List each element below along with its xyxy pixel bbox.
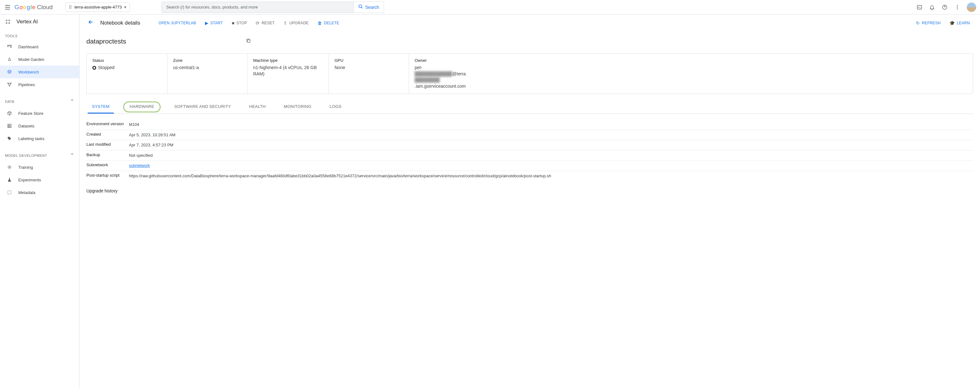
tab-software[interactable]: SOFTWARE AND SECURITY	[170, 100, 235, 113]
vertex-ai-icon	[5, 18, 11, 25]
stop-button[interactable]: ■STOP	[229, 19, 250, 27]
section-tools: TOOLS	[0, 32, 79, 40]
search-icon	[358, 4, 363, 10]
subnetwork-link[interactable]: subnetwork	[129, 163, 150, 168]
upgrade-button[interactable]: ⇧UPGRADE	[280, 19, 312, 27]
tab-monitoring[interactable]: MONITORING	[279, 100, 316, 113]
sidebar-item-metadata[interactable]: Metadata	[0, 186, 79, 199]
reset-icon: ⟳	[256, 21, 259, 26]
project-icon: ⠿	[69, 5, 72, 10]
svg-point-11	[10, 83, 11, 84]
info-status: Status Stopped	[87, 54, 167, 94]
stop-icon: ■	[232, 21, 235, 26]
sidebar-item-experiments[interactable]: Experiments	[0, 174, 79, 186]
cloud-shell-icon[interactable]	[916, 4, 923, 10]
sidebar-item-pipelines[interactable]: Pipelines	[0, 78, 79, 91]
sidebar-item-workbench[interactable]: Workbench	[0, 65, 79, 78]
refresh-button[interactable]: ↻REFRESH	[913, 19, 944, 27]
svg-rect-16	[8, 191, 11, 194]
account-avatar[interactable]	[967, 3, 976, 12]
search-button[interactable]: Search	[354, 2, 384, 13]
sidebar-item-feature-store[interactable]: Feature Store	[0, 107, 79, 120]
more-icon[interactable]	[954, 4, 961, 10]
section-data[interactable]: DATA⌃	[0, 96, 79, 107]
sidebar-item-datasets[interactable]: Datasets	[0, 120, 79, 132]
sidebar-label: Labeling tasks	[18, 136, 45, 141]
row-env-version: Environment version M104	[86, 120, 973, 130]
notebook-name: dataproctests	[86, 34, 126, 48]
upgrade-history-heading: Upgrade history	[86, 188, 973, 193]
info-owner: Owner pet- ████████████@terra ████████ .…	[409, 54, 973, 94]
delete-button[interactable]: 🗑DELETE	[314, 19, 342, 27]
learn-icon: 🎓	[950, 21, 955, 26]
zone-value: us-central1-a	[173, 65, 242, 71]
nav-menu-button[interactable]	[4, 3, 11, 11]
svg-rect-8	[9, 45, 10, 46]
search-placeholder: Search (/) for resources, docs, products…	[166, 5, 258, 10]
tab-system[interactable]: SYSTEM	[88, 100, 114, 113]
labeling-icon	[6, 135, 13, 142]
sidebar-product-header[interactable]: Vertex AI	[0, 14, 79, 29]
action-bar: Notebook details OPEN JUPYTERLAB ▶START …	[80, 14, 980, 31]
zone-label: Zone	[173, 58, 242, 63]
experiments-icon	[6, 177, 13, 183]
sidebar-label: Dashboard	[18, 45, 38, 49]
open-jupyterlab-button[interactable]: OPEN JUPYTERLAB	[156, 19, 199, 27]
sidebar-item-training[interactable]: Training	[0, 161, 79, 174]
owner-value: pet- ████████████@terra ████████ .iam.gs…	[415, 65, 967, 89]
search-button-label: Search	[365, 5, 379, 10]
page-title: Notebook details	[100, 20, 140, 26]
tab-logs[interactable]: LOGS	[325, 100, 346, 113]
tab-hardware[interactable]: HARDWARE	[123, 102, 161, 112]
datasets-icon	[6, 123, 13, 129]
training-icon	[6, 164, 13, 170]
svg-rect-17	[248, 40, 250, 42]
start-button[interactable]: ▶START	[202, 19, 226, 27]
info-zone: Zone us-central1-a	[167, 54, 248, 94]
sidebar: Vertex AI TOOLS Dashboard Model Garden W…	[0, 14, 80, 388]
tab-health[interactable]: HEALTH	[245, 100, 270, 113]
help-icon[interactable]	[942, 4, 948, 10]
svg-rect-13	[8, 124, 11, 128]
notifications-icon[interactable]	[929, 4, 935, 10]
gpu-value: None	[334, 65, 403, 71]
sidebar-item-dashboard[interactable]: Dashboard	[0, 40, 79, 53]
svg-point-15	[8, 166, 11, 169]
dashboard-icon	[6, 43, 13, 50]
reset-button[interactable]: ⟳RESET	[253, 19, 278, 27]
svg-rect-9	[10, 45, 11, 48]
utility-icons	[916, 3, 976, 12]
svg-point-10	[8, 83, 8, 84]
machine-label: Machine type	[253, 58, 323, 63]
info-gpu: GPU None	[329, 54, 409, 94]
svg-point-12	[9, 86, 10, 86]
google-cloud-logo[interactable]: Google Cloud	[14, 4, 52, 11]
pipelines-icon	[6, 81, 13, 88]
metadata-icon	[6, 189, 13, 196]
search-input[interactable]: Search (/) for resources, docs, products…	[161, 2, 354, 13]
info-grid: Status Stopped Zone us-central1-a Machin…	[86, 53, 973, 94]
sidebar-label: Datasets	[18, 124, 34, 128]
search-wrap: Search (/) for resources, docs, products…	[161, 2, 384, 13]
back-button[interactable]	[86, 18, 95, 28]
copy-icon[interactable]	[246, 38, 251, 45]
svg-point-6	[957, 8, 958, 9]
sidebar-item-model-garden[interactable]: Model Garden	[0, 53, 79, 65]
sidebar-item-labeling[interactable]: Labeling tasks	[0, 132, 79, 145]
caret-down-icon: ▾	[124, 5, 126, 10]
chevron-up-icon: ⌃	[70, 152, 75, 158]
sidebar-label: Metadata	[18, 190, 35, 195]
section-model-dev[interactable]: MODEL DEVELOPMENT⌃	[0, 150, 79, 161]
svg-point-0	[359, 5, 362, 8]
sidebar-label: Workbench	[18, 70, 39, 75]
learn-button[interactable]: 🎓LEARN	[946, 19, 973, 27]
svg-rect-7	[8, 45, 8, 47]
svg-point-4	[957, 5, 958, 6]
top-bar: Google Cloud ⠿ terra-assistive-apple-477…	[0, 0, 980, 14]
trash-icon: 🗑	[318, 21, 322, 26]
status-dot-icon	[92, 66, 96, 70]
workbench-icon	[6, 69, 13, 75]
product-name: Vertex AI	[16, 19, 38, 25]
row-backup: Backup Not specified	[86, 150, 973, 161]
project-picker[interactable]: ⠿ terra-assistive-apple-4773 ▾	[65, 3, 130, 12]
